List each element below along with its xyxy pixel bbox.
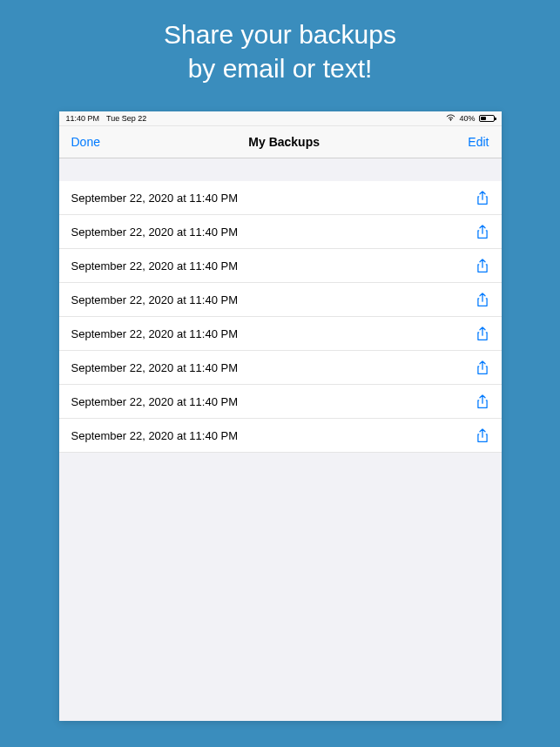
nav-bar: Done My Backups Edit — [59, 126, 502, 158]
status-date: Tue Sep 22 — [106, 114, 146, 123]
backup-label: September 22, 2020 at 11:40 PM — [71, 395, 239, 408]
share-icon[interactable] — [476, 190, 489, 205]
backup-label: September 22, 2020 at 11:40 PM — [71, 327, 239, 340]
wifi-icon — [446, 114, 455, 123]
list-item[interactable]: September 22, 2020 at 11:40 PM — [59, 419, 502, 453]
status-bar-left: 11:40 PM Tue Sep 22 — [66, 114, 147, 123]
share-icon[interactable] — [476, 394, 489, 409]
share-icon[interactable] — [476, 427, 489, 443]
list-spacer — [59, 158, 502, 181]
promo-line-2: by email or text! — [0, 51, 560, 85]
status-battery-percent: 40% — [459, 114, 475, 123]
backup-label: September 22, 2020 at 11:40 PM — [71, 293, 239, 306]
status-bar-right: 40% — [446, 114, 494, 123]
edit-button[interactable]: Edit — [468, 135, 489, 149]
share-icon[interactable] — [476, 360, 489, 375]
share-icon[interactable] — [476, 258, 489, 273]
list-item[interactable]: September 22, 2020 at 11:40 PM — [59, 385, 502, 419]
list-item[interactable]: September 22, 2020 at 11:40 PM — [59, 283, 502, 317]
done-button[interactable]: Done — [71, 135, 100, 149]
list-item[interactable]: September 22, 2020 at 11:40 PM — [59, 249, 502, 283]
list-item[interactable]: September 22, 2020 at 11:40 PM — [59, 215, 502, 249]
list-item[interactable]: September 22, 2020 at 11:40 PM — [59, 317, 502, 351]
backup-label: September 22, 2020 at 11:40 PM — [71, 192, 239, 205]
share-icon[interactable] — [476, 326, 489, 341]
status-bar: 11:40 PM Tue Sep 22 40% — [59, 111, 502, 126]
share-icon[interactable] — [476, 292, 489, 307]
backup-label: September 22, 2020 at 11:40 PM — [71, 225, 239, 239]
battery-icon — [479, 115, 495, 122]
page-title: My Backups — [248, 135, 320, 149]
list-item[interactable]: September 22, 2020 at 11:40 PM — [59, 181, 502, 215]
promo-header: Share your backups by email or text! — [0, 0, 560, 111]
device-frame: 11:40 PM Tue Sep 22 40% Done My Backups … — [59, 111, 502, 721]
backup-list: September 22, 2020 at 11:40 PM September… — [59, 158, 502, 453]
promo-line-1: Share your backups — [0, 17, 560, 51]
backup-label: September 22, 2020 at 11:40 PM — [71, 259, 239, 273]
backup-label: September 22, 2020 at 11:40 PM — [71, 361, 239, 374]
status-time: 11:40 PM — [66, 114, 100, 123]
list-item[interactable]: September 22, 2020 at 11:40 PM — [59, 351, 502, 385]
share-icon[interactable] — [476, 224, 489, 239]
backup-label: September 22, 2020 at 11:40 PM — [71, 429, 239, 442]
